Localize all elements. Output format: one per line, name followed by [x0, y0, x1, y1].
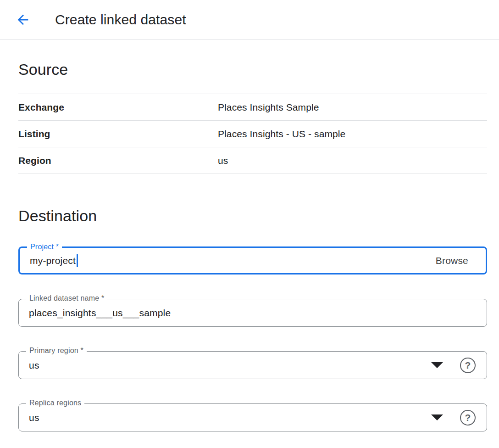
- browse-button[interactable]: Browse: [436, 255, 468, 266]
- table-row-region: Region us: [18, 147, 487, 174]
- region-label: Region: [18, 155, 218, 166]
- exchange-value: Places Insights Sample: [218, 102, 319, 113]
- linked-dataset-name-label: Linked dataset name *: [26, 294, 107, 302]
- help-icon[interactable]: ?: [460, 358, 476, 373]
- table-row-exchange: Exchange Places Insights Sample: [18, 94, 487, 121]
- project-input-value: my-project: [30, 255, 76, 266]
- exchange-label: Exchange: [18, 102, 218, 113]
- replica-regions-field[interactable]: Replica regions us ?: [18, 403, 487, 431]
- linked-dataset-name-field[interactable]: Linked dataset name * places_insights___…: [18, 299, 487, 327]
- source-heading: Source: [18, 60, 487, 79]
- caret-down-icon[interactable]: [431, 414, 443, 420]
- region-value: us: [218, 155, 228, 166]
- linked-dataset-name-value: places_insights___us___sample: [29, 308, 171, 319]
- project-field[interactable]: Project * my-project Browse: [18, 246, 487, 274]
- header: Create linked dataset: [0, 0, 499, 39]
- replica-regions-select[interactable]: us ?: [19, 410, 487, 426]
- primary-region-field[interactable]: Primary region * us ?: [18, 351, 487, 379]
- primary-region-value: us: [29, 360, 39, 371]
- arrow-back-icon: [15, 12, 31, 28]
- listing-value: Places Insights - US - sample: [218, 129, 345, 140]
- source-table: Exchange Places Insights Sample Listing …: [18, 94, 487, 174]
- main-content: Source Exchange Places Insights Sample L…: [0, 60, 499, 431]
- back-button[interactable]: [14, 11, 32, 29]
- text-cursor-icon: [77, 254, 78, 267]
- listing-label: Listing: [18, 129, 218, 140]
- primary-region-label: Primary region *: [26, 347, 87, 355]
- destination-heading: Destination: [18, 206, 487, 225]
- table-row-listing: Listing Places Insights - US - sample: [18, 121, 487, 147]
- replica-regions-label: Replica regions: [26, 399, 84, 407]
- linked-dataset-name-input[interactable]: places_insights___us___sample: [19, 308, 487, 319]
- project-input[interactable]: my-project Browse: [20, 254, 486, 267]
- replica-regions-value: us: [29, 412, 39, 423]
- help-icon[interactable]: ?: [460, 410, 476, 426]
- primary-region-select[interactable]: us ?: [19, 358, 487, 373]
- project-field-label: Project *: [27, 243, 62, 251]
- page-title: Create linked dataset: [55, 12, 186, 28]
- caret-down-icon[interactable]: [431, 362, 443, 368]
